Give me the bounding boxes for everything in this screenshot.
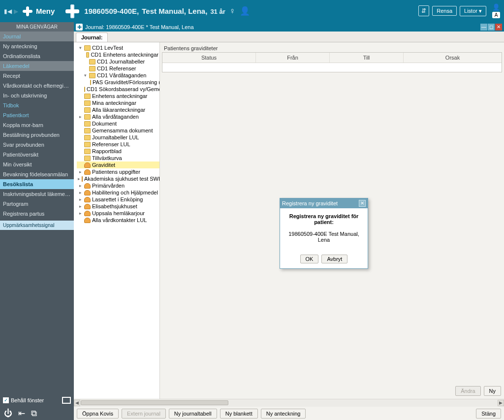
power-icon[interactable]: ⏻ [4, 409, 12, 419]
org-icon [84, 218, 91, 223]
sidebar-item[interactable]: Svar provbunden [0, 140, 74, 150]
sidebar-item[interactable]: Inskrivningsbeslut läkemedel [0, 189, 74, 199]
expand-icon[interactable]: ▸ [78, 190, 83, 195]
expand-icon[interactable]: ▸ [78, 169, 83, 174]
ny-anteckning-button[interactable]: Ny anteckning [261, 409, 306, 419]
tree-node[interactable]: Journaltabeller LUL [77, 134, 159, 141]
expand-icon[interactable]: ▾ [83, 73, 88, 78]
windows-icon[interactable]: ⧉ [31, 409, 37, 419]
tree-node[interactable]: Enhetens anteckningar [77, 93, 159, 99]
col-fran[interactable]: Från [256, 53, 330, 63]
tree-node[interactable]: Referenser LUL [77, 141, 159, 148]
sidebar-item[interactable]: Partogram [0, 199, 74, 209]
tree-node[interactable]: ▸Alla vårdåtaganden [77, 113, 159, 120]
oppna-kovis-button[interactable]: Öppna Kovis [77, 409, 119, 419]
tree-node[interactable]: Mina anteckningar [77, 99, 159, 106]
tree-node[interactable]: Alla vårdkontakter LUL [77, 217, 159, 224]
tree-node[interactable]: CD1 Enhetens anteckningar [77, 51, 159, 58]
expand-icon[interactable]: ▸ [78, 211, 83, 216]
folder-icon [84, 100, 91, 106]
tab-journal[interactable]: Journal: [76, 32, 108, 42]
tree-node[interactable]: ▾CD1 Vårdåtaganden [77, 72, 159, 79]
mdi-max-icon[interactable]: ◻ [488, 24, 495, 31]
sidebar-item[interactable]: Läkemedel [0, 61, 74, 71]
tree-node[interactable]: Tillväxtkurva [77, 155, 159, 162]
tree-node[interactable]: ▸Habilitering och Hjälpmedel [77, 189, 159, 196]
scroll-left-icon[interactable]: ◀ [74, 400, 80, 406]
tree-node[interactable]: Rapportblad [77, 148, 159, 155]
sidebar-item[interactable]: Patientöversikt [0, 150, 74, 160]
expand-icon[interactable]: ▸ [78, 183, 83, 188]
sidebar-item[interactable]: Min översikt [0, 160, 74, 169]
patient-age: 31 år [210, 8, 225, 15]
sidebar-item[interactable]: Ny anteckning [0, 41, 74, 51]
tree-label: Primärvården [92, 183, 125, 189]
expand-icon[interactable]: ▸ [78, 176, 80, 181]
sidebar-item[interactable]: Tidbok [0, 100, 74, 110]
attention-signal-button[interactable]: Uppmärksamhetssignal [0, 221, 74, 230]
tree-node[interactable]: ▸Akademiska sjukhuset test SWE-810 [77, 175, 159, 182]
tree-label: CD1 LevTest [92, 45, 123, 51]
sidebar-item[interactable]: In- och utskrivning [0, 91, 74, 100]
tree-node[interactable]: CD1 Referenser [77, 65, 159, 72]
sidebar-item[interactable]: Vårdkontakt och efterregistrering [0, 81, 74, 91]
tree-node[interactable]: ▾CD1 LevTest [77, 44, 159, 51]
sidebar-item[interactable]: Bevakning födelseanmälan [0, 169, 74, 179]
nav-back-icon[interactable]: ▮◀ [4, 8, 12, 15]
keep-window-checkbox[interactable]: ✓ Behåll fönster [3, 397, 44, 403]
tree-node[interactable]: Graviditet [77, 162, 159, 168]
rensa-button[interactable]: Rensa [432, 6, 457, 16]
dialog-ok-button[interactable]: OK [300, 255, 319, 263]
col-orsak[interactable]: Orsak [404, 53, 502, 63]
sidebar-title: MINA GENVÄGAR [0, 22, 74, 32]
tree-hscrollbar[interactable]: ◀ ▶ [74, 399, 504, 407]
stang-button[interactable]: Stäng [476, 409, 501, 419]
col-till[interactable]: Till [330, 53, 404, 63]
sidebar-item[interactable]: Ordinationslista [0, 51, 74, 61]
expand-icon[interactable]: ▸ [78, 114, 83, 119]
tree-node[interactable]: ▸Uppsala hemläkarjour [77, 210, 159, 217]
tree-pane[interactable]: ▾CD1 LevTestCD1 Enhetens anteckningarCD1… [74, 42, 160, 399]
tree-node[interactable]: PAS Graviditet/Förlossning (201 [77, 79, 159, 86]
ny-journaltabell-button[interactable]: Ny journaltabell [169, 409, 217, 419]
tree-node[interactable]: Dokument [77, 120, 159, 127]
ny-button[interactable]: Ny [484, 386, 501, 396]
tree-label: Alla vårdåtaganden [92, 114, 139, 120]
dialog-cancel-button[interactable]: Avbryt [321, 255, 347, 263]
sidebar-item[interactable]: Patientkort [0, 110, 74, 120]
col-status[interactable]: Status [162, 53, 256, 63]
scroll-thumb[interactable] [81, 400, 228, 405]
expand-icon[interactable]: ▾ [78, 45, 83, 50]
sidebar-item[interactable]: Recept [0, 71, 74, 81]
scroll-right-icon[interactable]: ▶ [498, 400, 504, 406]
tree-node[interactable]: CD1 Sökordsbaserad vy/Gemensa [77, 86, 159, 93]
dialog-close-icon[interactable]: ✕ [359, 200, 366, 207]
sidebar-item[interactable]: Registrera partus [0, 209, 74, 219]
user-icon[interactable]: 👤 [492, 3, 500, 11]
folder-icon [84, 94, 91, 99]
listor-button[interactable]: Listor ▾ [460, 6, 486, 16]
sidebar-item[interactable]: Journal [0, 32, 74, 41]
expand-icon[interactable]: ▸ [78, 204, 83, 209]
tree-node[interactable]: ▸Elisabethsjukhuset [77, 203, 159, 210]
mdi-plus-icon: ✚ [76, 24, 83, 31]
tree-node[interactable]: Alla läkaranteckningar [77, 106, 159, 113]
sidebar-item[interactable]: Besökslista [0, 179, 74, 189]
a-badge[interactable]: A [492, 12, 500, 18]
monitor-icon[interactable] [62, 397, 71, 404]
expand-icon[interactable]: ▸ [78, 197, 83, 202]
mdi-min-icon[interactable]: — [480, 24, 487, 31]
sidebar-item[interactable]: Koppla mor-barn [0, 120, 74, 130]
dropdown-icon-button[interactable]: ⇵ [418, 5, 429, 16]
logout-icon[interactable]: ⇤ [18, 408, 25, 419]
tree-node[interactable]: ▸Patientens uppgifter [77, 168, 159, 175]
sidebar-item[interactable]: Beställning provbunden [0, 130, 74, 140]
tree-node[interactable]: ▸Lasarettet i Enköping [77, 196, 159, 203]
menu-button[interactable]: Meny [22, 6, 55, 17]
tree-node[interactable]: CD1 Journaltabeller [77, 58, 159, 65]
tree-node[interactable]: Gemensamma dokument [77, 127, 159, 134]
ny-blankett-button[interactable]: Ny blankett [220, 409, 258, 419]
tree-node[interactable]: ▸Primärvården [77, 182, 159, 189]
dialog-titlebar[interactable]: Registrera ny graviditet ✕ [280, 198, 368, 208]
mdi-close-icon[interactable]: ✕ [495, 24, 502, 31]
